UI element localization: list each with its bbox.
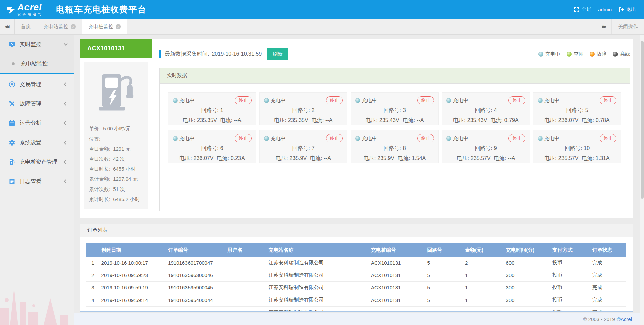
sidebar-item-label: 运营分析 <box>20 120 64 127</box>
sidebar-item-operation-analysis[interactable]: 运营分析 <box>0 113 74 133</box>
sidebar-item-pile-assets[interactable]: 充电桩资产管理 <box>0 152 74 172</box>
tab-label: 充电桩监控 <box>88 23 113 30</box>
circuit-card-grid: 充电中终止回路号:1电压:235.35V电流:--A充电中终止回路号:2电压:2… <box>160 84 630 163</box>
fullscreen-button[interactable]: 全屏 <box>574 6 591 13</box>
table-cell <box>225 257 266 269</box>
circuit-number: 回路号:5 <box>538 107 616 114</box>
circuit-values: 电压:235.43V电流:--A <box>355 117 434 124</box>
table-row: 32019-10-16 09:59:191910163595900045江苏安科… <box>86 281 626 294</box>
table-cell: 完成 <box>590 306 626 312</box>
sidebar-item-label: 故障管理 <box>20 100 64 107</box>
circuit-number: 回路号:4 <box>446 107 525 114</box>
column-amount: 金额(元) <box>463 243 504 257</box>
terminate-button[interactable]: 终止 <box>235 96 252 104</box>
device-summary-panel: ACX1010131 <box>80 39 152 218</box>
circuit-card: 充电中终止回路号:2电压:235.35V电流:--A <box>259 92 347 125</box>
tab-home[interactable]: 首页 <box>15 19 37 34</box>
tab-bar: ◀◀ 首页 充电站监控 × 充电桩监控 × ▶▶ 关闭操作 <box>0 19 644 35</box>
fullscreen-icon <box>574 7 579 12</box>
tab-close-icon[interactable]: × <box>71 24 76 29</box>
table-cell: 1 <box>463 281 504 294</box>
chevron-left-icon <box>64 179 67 183</box>
table-cell: 2019-10-16 09:59:23 <box>99 269 166 281</box>
device-id-header: ACX1010131 <box>80 39 152 58</box>
terminate-button[interactable]: 终止 <box>600 96 616 104</box>
chevron-left-icon <box>64 102 67 105</box>
terminate-button[interactable]: 终止 <box>326 134 343 142</box>
logo-text: Acrel <box>17 3 43 12</box>
sidebar-item-station-monitor[interactable]: 充电站监控 <box>0 54 74 73</box>
chevron-left-icon <box>64 82 67 86</box>
column-index <box>86 243 99 257</box>
sidebar-item-transactions[interactable]: ¥ 交易管理 <box>0 74 74 94</box>
submenu-dot-icon <box>12 62 15 65</box>
circuit-card: 充电中终止回路号:3电压:235.43V电流:--A <box>351 92 439 125</box>
table-cell: 4 <box>86 294 99 306</box>
close-operations-label: 关闭操作 <box>618 23 638 30</box>
tab-station-monitor[interactable]: 充电站监控 × <box>37 19 82 34</box>
stat-total-amount: 累计金额:1297.04 元 <box>89 174 143 184</box>
terminate-button[interactable]: 终止 <box>600 134 616 142</box>
logout-button[interactable]: 退出 <box>619 6 636 13</box>
sidebar-item-label: 充电桩资产管理 <box>20 159 64 166</box>
close-operations-button[interactable]: 关闭操作 <box>611 19 644 34</box>
terminate-button[interactable]: 终止 <box>326 96 343 104</box>
sidebar-item-realtime-monitor[interactable]: 实时监控 <box>0 35 74 54</box>
table-row: 52019-10-16 09:57:351910163585500043江苏安科… <box>86 306 626 312</box>
stat-location: 位置: <box>89 134 143 144</box>
realtime-monitor-area: 最新数据采集时间: 2019-10-16 10:31:59 刷新 充电中 <box>152 39 633 218</box>
sidebar-item-system-settings[interactable]: 系统设置 <box>0 133 74 152</box>
table-cell: 2019-10-16 09:57:35 <box>99 306 166 312</box>
circuit-number: 回路号:9 <box>446 145 525 152</box>
legend-idle: 空闲 <box>567 51 584 57</box>
orders-table-header-row: 创建日期 订单编号 用户名 充电站名称 充电桩编号 回路号 金额(元) 充电时间… <box>86 243 626 257</box>
footer-brand-link[interactable]: ©Acrel <box>617 316 632 322</box>
table-cell: 投币 <box>550 269 590 281</box>
terminate-button[interactable]: 终止 <box>508 134 525 142</box>
sidebar-item-fault-management[interactable]: 故障管理 <box>0 94 74 113</box>
table-cell: 完成 <box>590 257 626 269</box>
terminate-button[interactable]: 终止 <box>417 134 434 142</box>
table-cell: 完成 <box>590 269 626 281</box>
terminate-button[interactable]: 终止 <box>417 96 434 104</box>
table-row: 22019-10-16 09:59:231910163596300046江苏安科… <box>86 269 626 281</box>
tabs-scroll-left-button[interactable]: ◀◀ <box>0 19 15 34</box>
table-cell: 1 <box>86 257 99 269</box>
chevron-left-icon <box>64 141 67 144</box>
acrel-logo-icon <box>6 5 16 15</box>
scrollbar-thumb[interactable] <box>641 41 644 199</box>
user-menu[interactable]: admin <box>598 7 612 12</box>
tabs-scroll-right-button[interactable]: ▶▶ <box>597 19 611 34</box>
terminate-button[interactable]: 终止 <box>508 96 525 104</box>
circuit-status: 充电中 <box>264 97 286 104</box>
tab-pile-monitor[interactable]: 充电桩监控 × <box>82 19 127 34</box>
decorative-skyline <box>0 268 74 325</box>
table-cell: 300 <box>504 294 550 306</box>
circuit-status: 充电中 <box>173 97 195 104</box>
table-cell <box>225 294 266 306</box>
table-cell: 2019-10-16 10:00:17 <box>99 257 166 269</box>
sidebar-item-log-viewer[interactable]: 日志查看 <box>0 172 74 191</box>
gear-icon <box>9 139 15 146</box>
tab-close-icon[interactable]: × <box>116 24 121 29</box>
column-create-date: 创建日期 <box>99 243 166 257</box>
legend-fault: 故障 <box>590 51 607 57</box>
table-cell: 300 <box>504 306 550 312</box>
column-pile-number: 充电桩编号 <box>369 243 425 257</box>
document-icon <box>9 178 15 185</box>
circuit-values: 电压:235.43V电流:0.79A <box>446 117 525 124</box>
svg-text:¥: ¥ <box>11 82 13 86</box>
sidebar-item-label: 日志查看 <box>20 178 64 185</box>
sidebar: 实时监控 充电站监控 ¥ 交易管理 <box>0 35 74 325</box>
table-cell: 600 <box>504 257 550 269</box>
circuit-values: 电压:235.35V电流:--A <box>264 117 343 124</box>
logo-subtext: 安科瑞电气 <box>17 13 43 16</box>
terminate-button[interactable]: 终止 <box>235 134 252 142</box>
tab-label: 首页 <box>21 23 31 30</box>
circuit-card: 充电中终止回路号:10电压:235.57V电流:1.31A <box>533 130 621 163</box>
charging-status-icon <box>446 98 451 103</box>
refresh-button[interactable]: 刷新 <box>267 48 288 60</box>
circuit-values: 电压:236.07V电流:0.78A <box>538 117 616 124</box>
charging-status-icon <box>264 136 269 141</box>
table-cell: 完成 <box>590 294 626 306</box>
